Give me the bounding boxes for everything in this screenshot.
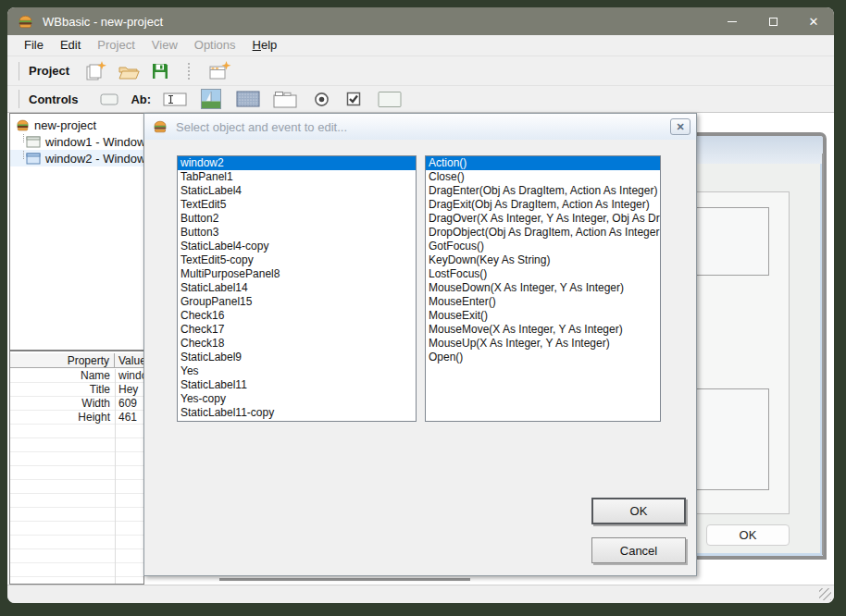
save-project-icon[interactable] bbox=[150, 61, 170, 81]
event-list-item[interactable]: KeyDown(Key As String) bbox=[426, 253, 660, 267]
property-name: Title bbox=[10, 383, 115, 397]
event-list-item[interactable]: DragExit(Obj As DragItem, Action As Inte… bbox=[426, 198, 660, 212]
property-row-height[interactable]: Height 461 bbox=[10, 411, 143, 425]
property-value[interactable]: 461 bbox=[115, 411, 143, 425]
object-list-item[interactable]: Check17 bbox=[178, 323, 416, 337]
minimize-button[interactable] bbox=[712, 7, 753, 35]
property-name: Name bbox=[10, 369, 115, 383]
object-list-item[interactable]: StaticLabel11 bbox=[178, 378, 416, 392]
new-project-icon[interactable] bbox=[83, 60, 107, 82]
object-list-item[interactable]: TextEdit5-copy bbox=[178, 253, 416, 267]
tree-item-project[interactable]: new-project bbox=[10, 117, 143, 133]
ok-button[interactable]: OK bbox=[591, 498, 686, 524]
checkbox-control-icon[interactable] bbox=[346, 92, 361, 106]
event-list-item[interactable]: GotFocus() bbox=[426, 240, 660, 253]
panel-control-icon[interactable] bbox=[236, 91, 260, 107]
close-button[interactable]: ✕ bbox=[793, 7, 834, 35]
property-row-name[interactable]: Name window2 bbox=[10, 369, 143, 383]
property-grid-header: Property Value bbox=[10, 353, 143, 368]
menu-file[interactable]: File bbox=[16, 35, 52, 55]
property-value[interactable]: 609 bbox=[115, 397, 143, 411]
window-icon-selected bbox=[26, 153, 41, 165]
titlebar: WBbasic - new-project ✕ bbox=[7, 7, 834, 35]
cancel-button[interactable]: Cancel bbox=[591, 537, 686, 563]
controls-toolbar-label: Controls bbox=[29, 92, 78, 106]
object-list-item[interactable]: TextEdit5 bbox=[178, 198, 416, 212]
textedit-control-icon[interactable] bbox=[163, 92, 187, 106]
object-list-item[interactable]: window2 bbox=[178, 156, 416, 170]
value-column-header: Value bbox=[115, 353, 143, 367]
maximize-icon bbox=[769, 18, 778, 26]
event-list-item[interactable]: DropObject(Obj As DragItem, Action As In… bbox=[426, 226, 660, 240]
object-list-item[interactable]: GroupPanel15 bbox=[178, 295, 416, 309]
property-grid: Property Value Name window2 Title Hey Wi… bbox=[10, 353, 143, 584]
object-list-item[interactable]: Yes bbox=[178, 364, 416, 378]
staticlabel-control-icon[interactable]: Ab: bbox=[131, 92, 151, 106]
object-list-item[interactable]: Yes-copy bbox=[178, 392, 416, 406]
event-list-item[interactable]: DragOver(X As Integer, Y As Integer, Obj… bbox=[426, 212, 660, 226]
property-row-title[interactable]: Title Hey bbox=[10, 383, 143, 397]
event-list-item[interactable]: DragEnter(Obj As DragItem, Action As Int… bbox=[426, 184, 660, 198]
object-listbox[interactable]: window2TabPanel1StaticLabel4TextEdit5But… bbox=[177, 155, 417, 422]
window-icon bbox=[26, 136, 41, 148]
object-list-item[interactable]: TabPanel1 bbox=[178, 170, 416, 184]
tree-item-label: window2 - Window bbox=[45, 152, 143, 166]
event-list-item[interactable]: Close() bbox=[426, 170, 660, 184]
property-value[interactable]: window2 bbox=[115, 369, 143, 383]
image-control-icon[interactable] bbox=[201, 89, 221, 109]
menu-help[interactable]: Help bbox=[244, 35, 286, 55]
menu-edit[interactable]: Edit bbox=[52, 35, 89, 55]
event-list-item[interactable]: LostFocus() bbox=[426, 267, 660, 281]
toolbar-separator bbox=[188, 63, 190, 80]
event-list-item[interactable]: MouseEnter() bbox=[426, 295, 660, 309]
property-name: Height bbox=[10, 411, 115, 425]
event-list-item[interactable]: MouseMove(X As Integer, Y As Integer) bbox=[426, 323, 660, 337]
statusbar bbox=[7, 585, 834, 603]
tree-item-label: new-project bbox=[34, 118, 96, 132]
column-divider bbox=[115, 369, 116, 584]
property-column-header: Property bbox=[10, 353, 115, 367]
desktop: { "window": { "title": "WBbasic - new-pr… bbox=[0, 0, 846, 616]
event-list-item[interactable]: Action() bbox=[426, 156, 660, 170]
object-list-item[interactable]: StaticLabel4-copy bbox=[178, 240, 416, 253]
object-list-item[interactable]: Check18 bbox=[178, 337, 416, 351]
menu-project: Project bbox=[89, 35, 143, 55]
tree-item-window2[interactable]: window2 - Window bbox=[10, 150, 143, 166]
object-list-item[interactable]: Button3 bbox=[178, 226, 416, 240]
project-toolbar: Project bbox=[7, 55, 834, 85]
event-list-item[interactable]: MouseDown(X As Integer, Y As Integer) bbox=[426, 281, 660, 295]
maximize-button[interactable] bbox=[753, 7, 793, 35]
dialog-close-button[interactable]: ✕ bbox=[670, 118, 690, 135]
tree-item-window1[interactable]: window1 - Window bbox=[10, 133, 143, 150]
project-tree: new-project window1 - Window bbox=[10, 114, 143, 351]
menubar: File Edit Project View Options Help bbox=[7, 35, 834, 55]
horizontal-scrollbar-thumb[interactable] bbox=[219, 578, 470, 581]
event-list-item[interactable]: MouseExit() bbox=[426, 309, 660, 323]
burger-dialog-icon bbox=[153, 119, 168, 134]
radio-control-icon[interactable] bbox=[314, 92, 330, 107]
event-list-item[interactable]: Open() bbox=[426, 351, 660, 364]
object-list-item[interactable]: MultiPurposePanel8 bbox=[178, 267, 416, 281]
new-window-icon[interactable] bbox=[207, 60, 231, 82]
open-project-icon[interactable] bbox=[117, 60, 141, 82]
designer-ok-button[interactable]: OK bbox=[706, 524, 790, 546]
object-list-item[interactable]: StaticLabel11-copy bbox=[178, 406, 416, 420]
object-list-item[interactable]: StaticLabel9 bbox=[178, 351, 416, 364]
property-value[interactable]: Hey bbox=[115, 383, 143, 397]
object-list-item[interactable]: StaticLabel4 bbox=[178, 184, 416, 198]
burger-app-icon bbox=[18, 14, 33, 30]
property-row-width[interactable]: Width 609 bbox=[10, 397, 143, 411]
object-list-item[interactable]: Button2 bbox=[178, 212, 416, 226]
toolbar-grip bbox=[19, 62, 19, 80]
object-list-item[interactable]: StaticLabel14 bbox=[178, 281, 416, 295]
event-listbox[interactable]: Action()Close()DragEnter(Obj As DragItem… bbox=[425, 155, 661, 422]
minimize-icon bbox=[728, 21, 737, 22]
tabpanel-control-icon[interactable] bbox=[273, 91, 297, 108]
vertical-scrollbar[interactable] bbox=[822, 154, 824, 555]
object-list-item[interactable]: Check16 bbox=[178, 309, 416, 323]
resize-grip-icon[interactable] bbox=[819, 588, 831, 600]
event-list-item[interactable]: MouseUp(X As Integer, Y As Integer) bbox=[426, 337, 660, 351]
button-control-icon[interactable] bbox=[100, 93, 118, 105]
menu-view: View bbox=[143, 35, 186, 55]
grouppanel-control-icon[interactable] bbox=[378, 91, 402, 108]
